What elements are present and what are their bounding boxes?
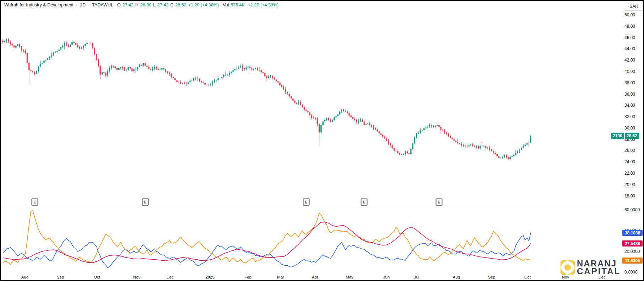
candlestick-series bbox=[2, 38, 531, 161]
time-tick-label: Feb bbox=[244, 275, 251, 279]
indicator-tick-label: 20.0000 bbox=[624, 249, 640, 254]
time-tick-label: Aug bbox=[453, 275, 460, 279]
last-price-value: 28.62 bbox=[625, 133, 639, 139]
price-tick-label: 48.00 bbox=[624, 24, 635, 29]
volume-label: Vol bbox=[223, 2, 229, 7]
chart-canvas[interactable] bbox=[1, 1, 644, 281]
price-tick-label: 42.00 bbox=[624, 58, 635, 63]
price-tick-label: 40.00 bbox=[624, 69, 635, 74]
time-tick-label: Jun bbox=[383, 275, 390, 279]
time-tick-label: Sep bbox=[488, 275, 495, 279]
chart-window: Wafrah for Industry & Development · 1D ·… bbox=[0, 0, 644, 281]
price-tick-label: 26.00 bbox=[624, 148, 635, 153]
exchange-label: TADAWUL bbox=[92, 2, 113, 7]
broker-watermark: NARANJ CAPITAL bbox=[561, 260, 621, 275]
price-tick-label: 36.00 bbox=[624, 92, 635, 97]
close-label: C bbox=[170, 2, 173, 7]
last-price-badge: 2100 28.62 bbox=[611, 133, 639, 139]
time-tick-label: 2025 bbox=[205, 275, 215, 279]
plus-di-value-badge: 38.1038 bbox=[622, 230, 643, 236]
adx-value-badge: 27.5488 bbox=[622, 240, 643, 246]
open-value: 27.42 bbox=[123, 2, 134, 7]
low-label: L bbox=[153, 2, 156, 7]
price-tick-label: 38.00 bbox=[624, 80, 635, 85]
earnings-marker[interactable]: E bbox=[435, 198, 442, 206]
currency-button[interactable]: SAR bbox=[624, 2, 644, 11]
watermark-line2: CAPITAL bbox=[577, 267, 621, 275]
price-tick-label: 30.00 bbox=[624, 126, 635, 131]
indicator-tick-label: 60.0000 bbox=[624, 207, 640, 212]
symbol-header[interactable]: Wafrah for Industry & Development · 1D ·… bbox=[4, 2, 278, 7]
price-tick-label: 46.00 bbox=[624, 35, 635, 40]
time-tick-label: Oct bbox=[524, 275, 531, 279]
high-label: H bbox=[135, 2, 139, 7]
separator-dot: · bbox=[88, 2, 90, 7]
symbol-code-badge: 2100 bbox=[611, 133, 624, 139]
naranj-capital-logo-icon bbox=[561, 260, 575, 275]
low-value: 27.42 bbox=[157, 2, 168, 7]
symbol-title[interactable]: Wafrah for Industry & Development bbox=[4, 2, 74, 7]
time-tick-label: Dec bbox=[167, 275, 174, 279]
price-tick-label: 32.00 bbox=[624, 114, 635, 119]
price-tick-label: 20.00 bbox=[624, 182, 635, 187]
earnings-marker[interactable]: E bbox=[361, 198, 368, 206]
indicator-tick-label: 0.0000 bbox=[624, 270, 638, 275]
time-tick-label: Nov bbox=[562, 275, 569, 279]
price-tick-label: 22.00 bbox=[624, 171, 635, 176]
time-tick-label: Nov bbox=[133, 275, 140, 279]
change-value: +1.20 (+4.38%) bbox=[188, 2, 219, 7]
time-tick-label: Sep bbox=[57, 275, 64, 279]
indicator-line-adx bbox=[3, 222, 531, 263]
price-tick-label: 50.00 bbox=[624, 12, 635, 17]
time-tick-label: May bbox=[346, 275, 353, 279]
time-tick-label: Jul bbox=[414, 275, 420, 279]
time-tick-label: Mar bbox=[277, 275, 284, 279]
indicator-line-minus_di bbox=[3, 211, 531, 265]
separator-dot: · bbox=[76, 2, 77, 7]
price-tick-label: 44.00 bbox=[624, 46, 635, 51]
indicator-line-plus_di bbox=[3, 233, 531, 268]
close-value: 28.62 bbox=[175, 2, 186, 7]
time-tick-label: Aug bbox=[21, 275, 28, 279]
minus-di-value-badge: 11.6305 bbox=[622, 258, 643, 264]
pane-separator[interactable] bbox=[1, 206, 644, 206]
currency-label: SAR bbox=[629, 4, 638, 9]
earnings-marker[interactable]: E bbox=[142, 198, 148, 206]
volume-value: 576.4K bbox=[231, 2, 245, 7]
interval-label[interactable]: 1D bbox=[80, 2, 86, 7]
time-tick-label: Oct bbox=[94, 275, 100, 279]
volume-change-value: +1.20 (+4.38%) bbox=[248, 2, 278, 7]
price-tick-label: 18.00 bbox=[624, 193, 635, 198]
high-value: 28.80 bbox=[140, 2, 151, 7]
price-tick-label: 34.00 bbox=[624, 103, 635, 108]
earnings-marker[interactable]: E bbox=[31, 198, 38, 206]
price-tick-label: 24.00 bbox=[624, 159, 635, 164]
open-label: O bbox=[117, 2, 121, 7]
earnings-marker[interactable]: E bbox=[303, 198, 309, 206]
time-tick-label: Apr bbox=[312, 275, 318, 279]
